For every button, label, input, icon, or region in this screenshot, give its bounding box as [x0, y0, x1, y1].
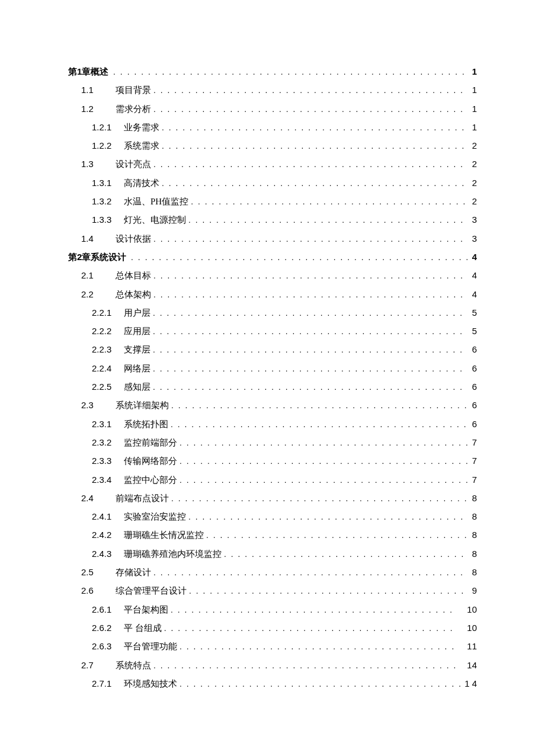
toc-entry[interactable]: 第1章概述 1	[68, 67, 477, 76]
toc-entry[interactable]: 2.6.2平 台组成10	[68, 623, 477, 633]
toc-entry[interactable]: 2.7系统特点14	[68, 661, 477, 670]
toc-entry[interactable]: 2.2.2应用层5	[68, 326, 477, 336]
toc-number: 2.2.2	[92, 326, 124, 335]
toc-entry[interactable]: 2.3系统详细架构6	[68, 401, 477, 410]
toc-leader	[111, 68, 467, 76]
toc-title: 实验室治安监控	[124, 512, 186, 521]
toc-page-number: 8	[467, 568, 477, 576]
toc-leader	[150, 345, 467, 354]
toc-title: 系统详细架构	[116, 401, 169, 410]
toc-leader	[159, 123, 467, 132]
toc-title: 总体目标	[116, 271, 151, 280]
toc-entry[interactable]: 1.3.1高清技术2	[68, 178, 477, 188]
toc-number: 2.7.1	[92, 679, 124, 688]
toc-title: 业务需求	[124, 123, 159, 132]
toc-page-number: 3	[467, 215, 477, 224]
toc-title: 平台管理功能	[124, 642, 177, 651]
toc-number: 2.3	[81, 401, 116, 409]
toc-number: 2.7	[81, 661, 116, 669]
toc-entry[interactable]: 1.2.2系统需求2	[68, 141, 477, 150]
toc-page-number: 10	[457, 605, 477, 614]
toc-number: 2.4.1	[92, 512, 124, 521]
toc-entry[interactable]: 2.2总体架构4	[68, 290, 477, 299]
toc-leader	[151, 235, 467, 243]
toc-entry[interactable]: 2.2.3支撑层6	[68, 345, 477, 354]
toc-entry[interactable]: 2.4.2珊瑚礁生长情况监控8	[68, 530, 477, 540]
toc-entry[interactable]: 2.4.3珊瑚礁养殖池内环境监控8	[68, 549, 477, 559]
toc-title: 需求分析	[116, 105, 151, 114]
toc-page-number: 6	[467, 419, 477, 428]
toc-page-number: 6	[467, 364, 477, 373]
toc-title: 存储设计	[116, 568, 151, 577]
toc-page-number: 5	[467, 326, 477, 335]
toc-entry[interactable]: 1.3.3灯光、电源控制3	[68, 215, 477, 225]
toc-list: 第1章概述 11.1项目背景11.2需求分析11.2.1业务需求11.2.2系统…	[68, 67, 477, 688]
toc-number: 2.3.2	[92, 438, 124, 447]
toc-entry[interactable]: 1.3设计亮点2	[68, 159, 477, 169]
toc-title: 平 台组成	[124, 624, 162, 633]
toc-page-number: 8	[467, 549, 477, 558]
toc-entry[interactable]: 2.7.1环境感知技术1 4	[68, 679, 477, 688]
toc-entry[interactable]: 第2章系统设计 4	[68, 252, 477, 262]
toc-number: 2.3.1	[92, 419, 124, 428]
toc-number: 2.2.1	[92, 308, 124, 317]
toc-number: 2.4	[81, 494, 116, 502]
toc-title: 传输网络部分	[124, 457, 177, 466]
toc-entry[interactable]: 1.4设计依据3	[68, 234, 477, 244]
toc-entry[interactable]: 2.4.1实验室治安监控8	[68, 512, 477, 521]
toc-entry[interactable]: 2.2.1用户层5	[68, 308, 477, 318]
toc-title: 灯光、电源控制	[124, 216, 186, 225]
toc-entry[interactable]: 2.5存储设计8	[68, 568, 477, 577]
toc-entry[interactable]: 1.1项目背景1	[68, 85, 477, 95]
toc-leader	[222, 550, 467, 558]
toc-entry[interactable]: 2.6.1平台架构图10	[68, 605, 477, 614]
toc-page-number: 1	[467, 123, 477, 132]
toc-title: 感知层	[124, 383, 150, 392]
toc-leader	[188, 197, 467, 206]
toc-leader	[129, 253, 467, 261]
toc-leader	[151, 661, 457, 669]
toc-entry[interactable]: 2.3.3传输网络部分7	[68, 456, 477, 466]
toc-leader	[150, 309, 467, 317]
toc-page-number: 9	[467, 586, 477, 595]
toc-entry[interactable]: 2.3.2监控前端部分7	[68, 438, 477, 447]
toc-page-number: 8	[467, 494, 477, 502]
toc-entry[interactable]: 1.2需求分析1	[68, 104, 477, 114]
toc-number: 2.4.2	[92, 530, 124, 539]
toc-title: 综合管理平台设计	[116, 587, 187, 595]
toc-page: 第1章概述 11.1项目背景11.2需求分析11.2.1业务需求11.2.2系统…	[0, 0, 545, 756]
toc-entry[interactable]: 1.2.1业务需求1	[68, 123, 477, 132]
toc-title: 前端布点设计	[116, 494, 169, 503]
toc-entry[interactable]: 2.2.5感知层6	[68, 382, 477, 392]
toc-entry[interactable]: 2.6综合管理平台设计9	[68, 586, 477, 595]
toc-title: 总体架构	[116, 290, 151, 299]
toc-page-number: 2	[467, 197, 477, 206]
toc-leader	[150, 327, 467, 335]
toc-title: 应用层	[124, 327, 150, 336]
toc-entry[interactable]: 2.2.4网络层6	[68, 364, 477, 373]
toc-entry[interactable]: 2.3.4监控中心部分7	[68, 475, 477, 485]
toc-entry[interactable]: 2.3.1系统拓扑图6	[68, 419, 477, 429]
toc-page-number: 6	[467, 345, 477, 354]
toc-entry[interactable]: 1.3.2水温、PH值监控2	[68, 197, 477, 206]
toc-leader	[168, 420, 467, 428]
toc-title: 监控中心部分	[124, 476, 177, 485]
toc-number: 1.3.1	[92, 178, 124, 187]
toc-page-number: 7	[467, 475, 477, 484]
toc-title: 平台架构图	[124, 606, 168, 614]
toc-page-number: 7	[467, 456, 477, 465]
toc-leader	[186, 216, 467, 224]
toc-page-number: 1	[467, 104, 477, 113]
toc-page-number: 2	[467, 141, 477, 150]
toc-entry[interactable]: 2.1总体目标4	[68, 271, 477, 280]
toc-leader	[204, 531, 467, 539]
toc-page-number: 2	[467, 159, 477, 168]
toc-entry[interactable]: 2.6.3平台管理功能11	[68, 642, 477, 651]
toc-number: 2.4.3	[92, 549, 124, 558]
toc-leader	[151, 160, 467, 168]
toc-entry[interactable]: 2.4前端布点设计8	[68, 494, 477, 503]
toc-number: 1.3.2	[92, 197, 124, 206]
toc-number: 2.3.3	[92, 456, 124, 465]
toc-leader	[150, 364, 467, 373]
toc-title: 环境感知技术	[124, 680, 177, 688]
